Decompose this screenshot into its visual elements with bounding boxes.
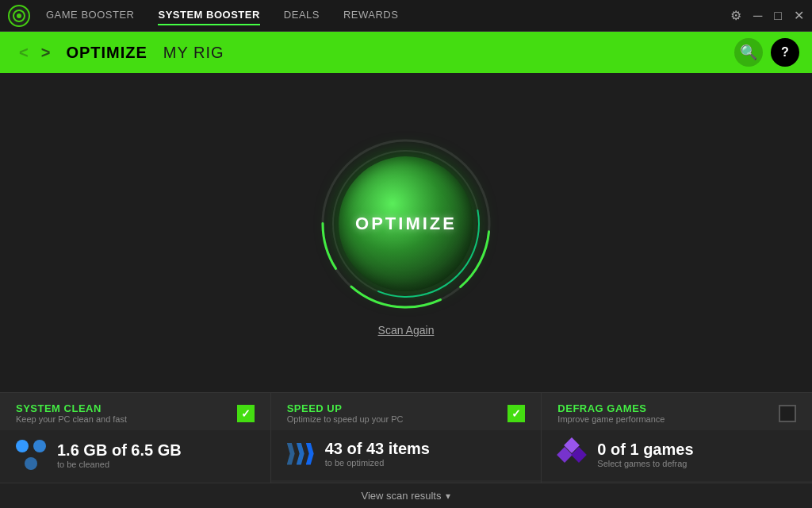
view-scan-label: View scan results: [362, 490, 442, 502]
speed-up-card: SPEED UP Optimize to speed up your PC 43…: [271, 393, 542, 483]
page-title: OPTIMIZE: [66, 44, 147, 62]
nav-system-booster[interactable]: SYSTEM BOOSTER: [158, 6, 259, 25]
defrag-games-subtitle: Improve game performance: [557, 414, 665, 424]
system-clean-body: 1.6 GB of 6.5 GB to be cleaned: [0, 430, 270, 483]
system-clean-card: SYSTEM CLEAN Keep your PC clean and fast…: [0, 393, 271, 483]
optimize-orb[interactable]: OPTIMIZE: [319, 137, 493, 311]
defrag-games-title: DEFRAG GAMES: [557, 402, 665, 414]
speed-up-checkbox[interactable]: [508, 405, 525, 422]
header-subtitle[interactable]: MY RIG: [163, 44, 224, 62]
nav-deals[interactable]: DEALS: [284, 6, 320, 25]
speed-up-subtitle: Optimize to speed up your PC: [287, 414, 404, 424]
speed-up-title: SPEED UP: [287, 402, 404, 414]
main-content: OPTIMIZE Scan Again SYSTEM CLEAN Keep yo…: [0, 73, 812, 508]
nav-rewards[interactable]: REWARDS: [343, 6, 398, 25]
defrag-games-card: DEFRAG GAMES Improve game performance 0 …: [542, 393, 812, 483]
system-clean-checkbox[interactable]: [237, 405, 255, 422]
search-button[interactable]: 🔍: [734, 38, 763, 67]
header: < > OPTIMIZE MY RIG 🔍 ?: [0, 32, 812, 73]
header-actions: 🔍 ?: [734, 38, 799, 67]
circles-icon: [16, 440, 46, 470]
minimize-icon[interactable]: ─: [753, 9, 762, 23]
orb-label: OPTIMIZE: [355, 214, 457, 234]
svg-point-2: [17, 13, 21, 18]
defrag-games-sub: Select games to defrag: [597, 459, 693, 468]
system-clean-value: 1.6 GB of 6.5 GB: [57, 441, 182, 460]
back-button[interactable]: <: [13, 44, 35, 62]
system-clean-subtitle: Keep your PC clean and fast: [16, 414, 127, 424]
speed-up-header: SPEED UP Optimize to speed up your PC: [271, 393, 542, 430]
arrows-icon: [287, 443, 314, 465]
diamond-icon: [557, 440, 586, 468]
defrag-games-checkbox[interactable]: [779, 405, 796, 422]
title-bar: GAME BOOSTER SYSTEM BOOSTER DEALS REWARD…: [0, 0, 812, 32]
forward-button[interactable]: >: [35, 44, 57, 62]
defrag-games-value: 0 of 1 games: [597, 441, 693, 459]
app-logo: [8, 5, 30, 27]
nav-game-booster[interactable]: GAME BOOSTER: [46, 6, 134, 25]
title-nav: GAME BOOSTER SYSTEM BOOSTER DEALS REWARD…: [46, 6, 730, 25]
help-button[interactable]: ?: [771, 38, 799, 67]
defrag-games-body: 0 of 1 games Select games to defrag: [542, 430, 812, 481]
settings-icon[interactable]: ⚙: [730, 8, 741, 23]
window-controls: ⚙ ─ □ ✕: [730, 8, 804, 23]
maximize-icon[interactable]: □: [774, 9, 782, 23]
orb-container: OPTIMIZE Scan Again: [319, 73, 493, 392]
speed-up-body: 43 of 43 items to be optimized: [271, 430, 542, 480]
arrow-down-icon: ▾: [446, 491, 450, 502]
orb-ball[interactable]: OPTIMIZE: [339, 156, 473, 291]
view-scan-results-bar[interactable]: View scan results ▾: [0, 483, 812, 508]
system-clean-header: SYSTEM CLEAN Keep your PC clean and fast: [0, 393, 270, 430]
scan-again-button[interactable]: Scan Again: [378, 324, 435, 337]
defrag-games-header: DEFRAG GAMES Improve game performance: [542, 393, 812, 430]
speed-up-value: 43 of 43 items: [325, 440, 430, 458]
bottom-cards: SYSTEM CLEAN Keep your PC clean and fast…: [0, 392, 812, 483]
system-clean-sub: to be cleaned: [57, 460, 182, 469]
system-clean-title: SYSTEM CLEAN: [16, 402, 127, 414]
close-icon[interactable]: ✕: [794, 8, 804, 23]
speed-up-sub: to be optimized: [325, 458, 430, 468]
